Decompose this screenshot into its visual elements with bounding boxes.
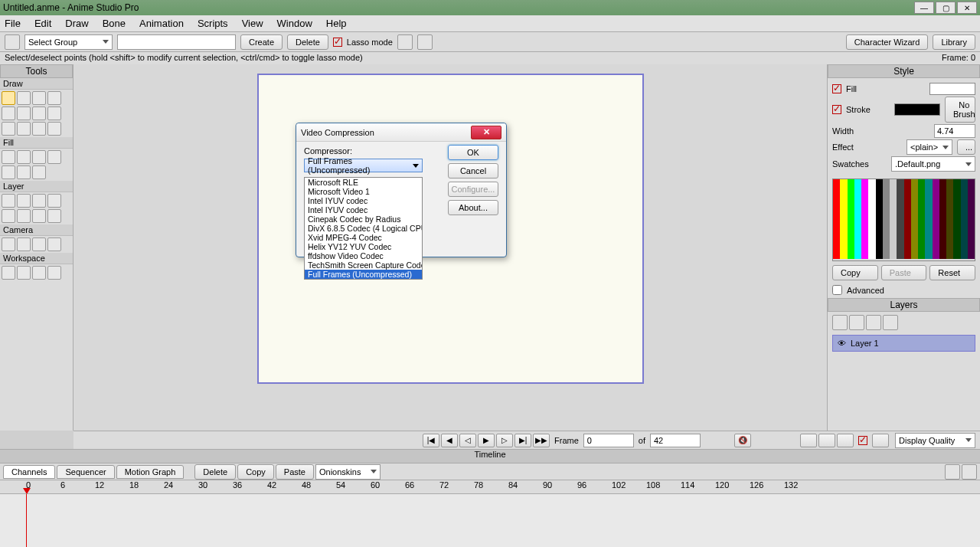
dialog-titlebar[interactable]: Video Compression ✕	[296, 123, 506, 142]
mute-button[interactable]: 🔇	[734, 434, 751, 447]
prev-button[interactable]: ◁	[459, 434, 476, 447]
tool-3[interactable]	[32, 91, 46, 105]
fill-6[interactable]	[17, 165, 31, 179]
frame-total-input[interactable]	[650, 434, 701, 447]
tool-5[interactable]	[2, 106, 15, 120]
compressor-option[interactable]: ffdshow Video Codec	[305, 251, 422, 260]
tool-4[interactable]	[47, 91, 61, 105]
ws-3[interactable]	[32, 266, 46, 280]
advanced-checkbox[interactable]	[832, 285, 842, 295]
paste-button[interactable]: Paste	[881, 265, 927, 280]
timeline-ruler[interactable]: 0612182430364248546066727884909610210811…	[0, 480, 980, 493]
cam-1[interactable]	[2, 237, 15, 251]
playhead-icon[interactable]	[23, 488, 31, 494]
cam-4[interactable]	[47, 237, 61, 251]
cancel-button[interactable]: Cancel	[448, 163, 498, 179]
tool-11[interactable]	[32, 122, 46, 136]
ws-1[interactable]	[2, 266, 15, 280]
eye-icon[interactable]: 👁	[838, 339, 846, 348]
view-3[interactable]	[837, 434, 854, 447]
layer-5[interactable]	[2, 209, 15, 223]
about-button[interactable]: About...	[448, 200, 498, 215]
fill-4[interactable]	[47, 150, 61, 164]
fill-2[interactable]	[17, 150, 31, 164]
fill-color[interactable]	[929, 83, 975, 95]
compressor-dropdown-list[interactable]: Microsoft RLEMicrosoft Video 1Intel IYUV…	[304, 177, 423, 280]
onionskins-dropdown[interactable]: Onionskins	[315, 464, 381, 480]
maximize-button[interactable]: ▢	[936, 2, 956, 14]
tl-icon-1[interactable]	[945, 464, 960, 480]
width-input[interactable]	[934, 124, 975, 138]
tool-8[interactable]	[47, 106, 61, 120]
next-button[interactable]: ▷	[496, 434, 513, 447]
layer-1[interactable]	[2, 194, 15, 208]
tool-select[interactable]	[2, 91, 15, 105]
layer-btn-4[interactable]	[883, 315, 898, 330]
tool-9[interactable]	[2, 122, 15, 136]
play-button[interactable]: ▶	[478, 434, 495, 447]
fill-1[interactable]	[2, 150, 15, 164]
fill-5[interactable]	[2, 165, 15, 179]
forward-end-button[interactable]: ▶▶	[533, 434, 550, 447]
layer-8[interactable]	[47, 209, 61, 223]
layer-btn-1[interactable]	[832, 315, 848, 330]
tool-7[interactable]	[32, 106, 46, 120]
fill-7[interactable]	[32, 165, 46, 179]
tl-paste-button[interactable]: Paste	[276, 464, 314, 480]
layer-2[interactable]	[17, 194, 31, 208]
ok-button[interactable]: OK	[448, 145, 498, 160]
view-1[interactable]	[800, 434, 817, 447]
tab-channels[interactable]: Channels	[3, 465, 55, 479]
cam-2[interactable]	[17, 237, 31, 251]
compressor-option[interactable]: Microsoft Video 1	[305, 187, 422, 196]
menu-scripts[interactable]: Scripts	[198, 18, 228, 29]
menu-help[interactable]: Help	[326, 18, 347, 29]
swatches-grid[interactable]	[832, 179, 975, 261]
tl-copy-button[interactable]: Copy	[237, 464, 274, 480]
tool-icon-2[interactable]	[417, 34, 433, 50]
group-name-input[interactable]	[117, 34, 236, 50]
step-back-button[interactable]: ◀	[441, 434, 458, 447]
create-button[interactable]: Create	[240, 34, 283, 50]
fill-3[interactable]	[32, 150, 46, 164]
swatches-dropdown[interactable]: .Default.png	[891, 156, 975, 172]
compressor-option[interactable]: Microsoft RLE	[305, 178, 422, 187]
dialog-close-button[interactable]: ✕	[471, 126, 501, 139]
menu-window[interactable]: Window	[277, 18, 312, 29]
playhead[interactable]	[26, 494, 27, 547]
selection-icon[interactable]	[5, 34, 20, 50]
layer-btn-3[interactable]	[866, 315, 881, 330]
library-button[interactable]: Library	[933, 34, 975, 50]
stroke-checkbox[interactable]	[832, 105, 841, 114]
effect-more-button[interactable]: ...	[957, 139, 975, 155]
rewind-start-button[interactable]: |◀	[423, 434, 439, 447]
compressor-option[interactable]: Cinepak Codec by Radius	[305, 215, 422, 224]
compressor-option[interactable]: Full Frames (Uncompressed)	[305, 270, 422, 279]
timeline-body[interactable]	[0, 493, 980, 547]
close-button[interactable]: ✕	[957, 2, 977, 14]
compressor-option[interactable]: Intel IYUV codec	[305, 205, 422, 215]
layer-btn-2[interactable]	[849, 315, 864, 330]
tl-delete-button[interactable]: Delete	[194, 464, 236, 480]
tool-2[interactable]	[17, 91, 31, 105]
layer-4[interactable]	[47, 194, 61, 208]
view-4[interactable]	[872, 434, 889, 447]
no-brush-button[interactable]: No Brush	[945, 97, 975, 123]
menu-edit[interactable]: Edit	[34, 18, 51, 29]
compressor-option[interactable]: TechSmith Screen Capture Codec	[305, 260, 422, 270]
frame-input[interactable]	[583, 434, 634, 447]
reset-button[interactable]: Reset	[929, 265, 975, 280]
menu-file[interactable]: File	[5, 18, 21, 29]
layer-7[interactable]	[32, 209, 46, 223]
tab-motion-graph[interactable]: Motion Graph	[116, 465, 185, 479]
tab-sequencer[interactable]: Sequencer	[57, 465, 114, 479]
tool-6[interactable]	[17, 106, 31, 120]
menu-view[interactable]: View	[242, 18, 263, 29]
effect-dropdown[interactable]: <plain>	[906, 139, 952, 155]
compressor-option[interactable]: Intel IYUV codec	[305, 196, 422, 205]
stroke-color[interactable]	[894, 103, 940, 116]
copy-button[interactable]: Copy	[832, 265, 878, 280]
view-check[interactable]	[858, 436, 867, 445]
view-2[interactable]	[818, 434, 835, 447]
ws-4[interactable]	[47, 266, 61, 280]
